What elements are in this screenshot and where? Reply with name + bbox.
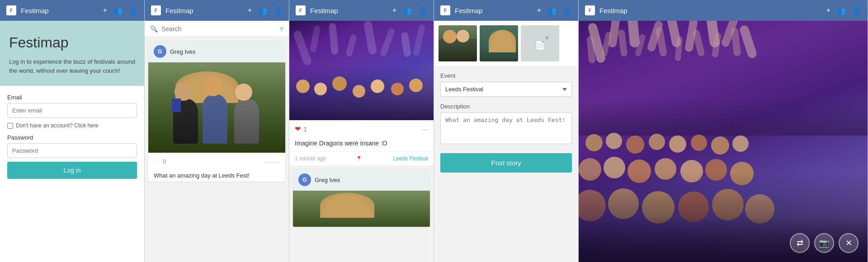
add-photo-button[interactable]: + 📄 bbox=[521, 25, 559, 61]
detail-user-header: G Greg Ives bbox=[293, 169, 430, 191]
app-title-5: Festimap bbox=[599, 7, 822, 14]
topbar-actions-5: + 👥 👤 bbox=[826, 6, 861, 15]
detail-more-icon[interactable]: — bbox=[422, 126, 428, 133]
hero-description: Log in to experience the buzz of festiva… bbox=[9, 57, 135, 75]
feed-panel: F Festimap + 👥 👤 🔍 ▿ G Greg Ives bbox=[145, 0, 289, 262]
camera-icon: 📷 bbox=[819, 238, 829, 248]
detail-time: 1 minute ago bbox=[295, 155, 326, 162]
location-pin-icon: 📍 bbox=[356, 156, 362, 162]
detail-topbar: F Festimap + 👥 👤 bbox=[289, 0, 434, 21]
camera-button[interactable]: 📷 bbox=[814, 233, 834, 253]
heart-filled-icon[interactable]: ❤ bbox=[295, 125, 301, 133]
detail-caption: Imagine Dragons were insane :O bbox=[289, 138, 434, 152]
description-textarea[interactable] bbox=[440, 112, 572, 144]
filter-icon[interactable]: ▿ bbox=[280, 24, 283, 33]
user-icon-3[interactable]: 👤 bbox=[418, 6, 427, 15]
detail-location: Leeds Festival bbox=[393, 155, 428, 162]
detail-meta: 1 minute ago 📍 Leeds Festival bbox=[289, 152, 434, 165]
email-label: Email bbox=[7, 94, 137, 101]
app-logo-icon-3: F bbox=[296, 5, 306, 15]
hero-title: Festimap bbox=[9, 34, 135, 51]
app-title-3: Festimap bbox=[310, 7, 388, 14]
password-label: Password bbox=[7, 134, 137, 141]
detail-panel: F Festimap + 👥 👤 bbox=[289, 0, 434, 262]
app-title: Festimap bbox=[21, 7, 99, 14]
create-panel: F Festimap + 👥 👤 + 📄 Event Leeds Festiva… bbox=[434, 0, 579, 262]
group-icon-4[interactable]: 👥 bbox=[547, 6, 557, 15]
avatar: G bbox=[154, 45, 166, 58]
full-photo-bg bbox=[579, 0, 868, 262]
photo-thumbnail-1[interactable] bbox=[439, 25, 477, 61]
signup-label: Don't have an account? Click here bbox=[16, 122, 98, 129]
app-logo-icon: F bbox=[6, 5, 16, 15]
signup-row: Don't have an account? Click here bbox=[7, 122, 137, 129]
user-icon[interactable]: 👤 bbox=[129, 6, 138, 15]
create-topbar: F Festimap + 👥 👤 bbox=[434, 0, 578, 21]
event-select[interactable]: Leeds Festival Glastonbury Reading Festi… bbox=[440, 82, 572, 97]
feed-topbar: F Festimap + 👥 👤 bbox=[145, 0, 289, 21]
signup-checkbox[interactable] bbox=[7, 123, 13, 129]
login-hero: Festimap Log in to experience the buzz o… bbox=[0, 21, 144, 86]
photo-row: + 📄 bbox=[434, 21, 578, 66]
add-icon[interactable]: + bbox=[103, 6, 107, 15]
file-icon: 📄 bbox=[534, 40, 546, 51]
plus-icon: + bbox=[544, 33, 549, 43]
close-icon: ✕ bbox=[845, 238, 852, 248]
password-input[interactable] bbox=[7, 143, 137, 158]
photo-thumbnail-2[interactable] bbox=[480, 25, 518, 61]
email-input[interactable] bbox=[7, 103, 137, 118]
create-form: Event Leeds Festival Glastonbury Reading… bbox=[434, 66, 578, 179]
like-count: 0 bbox=[163, 158, 166, 165]
close-button[interactable]: ✕ bbox=[839, 233, 859, 253]
photo-panel: F Festimap + 👥 👤 bbox=[579, 0, 868, 262]
user-icon-4[interactable]: 👤 bbox=[563, 6, 572, 15]
login-form: Email Don't have an account? Click here … bbox=[0, 86, 144, 187]
search-icon: 🔍 bbox=[150, 25, 158, 33]
login-topbar: F Festimap + 👥 👤 bbox=[0, 0, 144, 21]
share-icon: ⇄ bbox=[797, 238, 803, 248]
search-input[interactable] bbox=[161, 25, 276, 33]
feed-photo bbox=[148, 62, 285, 153]
group-icon[interactable]: 👥 bbox=[113, 6, 123, 15]
group-icon-5[interactable]: 👥 bbox=[837, 6, 846, 15]
topbar-actions: + 👥 👤 bbox=[103, 6, 138, 15]
heart-icon[interactable]: ♡ bbox=[154, 157, 160, 166]
user-icon-2[interactable]: 👤 bbox=[274, 6, 283, 15]
add-icon-4[interactable]: + bbox=[537, 6, 541, 15]
group-icon-3[interactable]: 👥 bbox=[403, 6, 412, 15]
app-logo-icon-5: F bbox=[585, 5, 595, 15]
app-title-2: Festimap bbox=[165, 7, 243, 14]
user-icon-5[interactable]: 👤 bbox=[852, 6, 861, 15]
photo-controls: ⇄ 📷 ✕ bbox=[790, 233, 859, 253]
feed-username: Greg Ives bbox=[170, 48, 195, 55]
post-story-button[interactable]: Post story bbox=[440, 153, 572, 173]
group-icon-2[interactable]: 👥 bbox=[258, 6, 267, 15]
app-logo-icon-4: F bbox=[440, 5, 450, 15]
event-label: Event bbox=[440, 72, 572, 79]
description-label: Description bbox=[440, 103, 572, 110]
add-icon-2[interactable]: + bbox=[248, 6, 252, 15]
feed-card-header: G Greg Ives bbox=[148, 41, 285, 62]
login-panel: F Festimap + 👥 👤 Festimap Log in to expe… bbox=[0, 0, 145, 262]
feed-caption: What an amazing day at Leeds Fest! bbox=[148, 170, 285, 182]
detail-photo bbox=[289, 21, 434, 120]
share-button[interactable]: ⇄ bbox=[790, 233, 810, 253]
feed-actions: ♡ 0 — — bbox=[148, 153, 285, 170]
photo-topbar: F Festimap + 👥 👤 bbox=[579, 0, 868, 21]
add-icon-3[interactable]: + bbox=[392, 6, 396, 15]
search-bar: 🔍 ▿ bbox=[145, 21, 289, 37]
app-logo-icon-2: F bbox=[151, 5, 161, 15]
detail-avatar: G bbox=[298, 173, 311, 186]
detail-user-card: G Greg Ives bbox=[293, 169, 430, 227]
topbar-actions-4: + 👥 👤 bbox=[537, 6, 572, 15]
detail-username: Greg Ives bbox=[315, 177, 340, 183]
app-title-4: Festimap bbox=[455, 7, 533, 14]
detail-like-count: 1 bbox=[303, 126, 307, 133]
topbar-actions-3: + 👥 👤 bbox=[392, 6, 427, 15]
add-icon-5[interactable]: + bbox=[826, 6, 830, 15]
more-icon[interactable]: — — bbox=[265, 158, 280, 165]
detail-likes-row: ❤ 1 — bbox=[289, 120, 434, 138]
login-button[interactable]: Log in bbox=[7, 162, 137, 179]
topbar-actions-2: + 👥 👤 bbox=[248, 6, 283, 15]
feed-card-1: G Greg Ives ♡ 0 — — What an bbox=[148, 41, 285, 182]
